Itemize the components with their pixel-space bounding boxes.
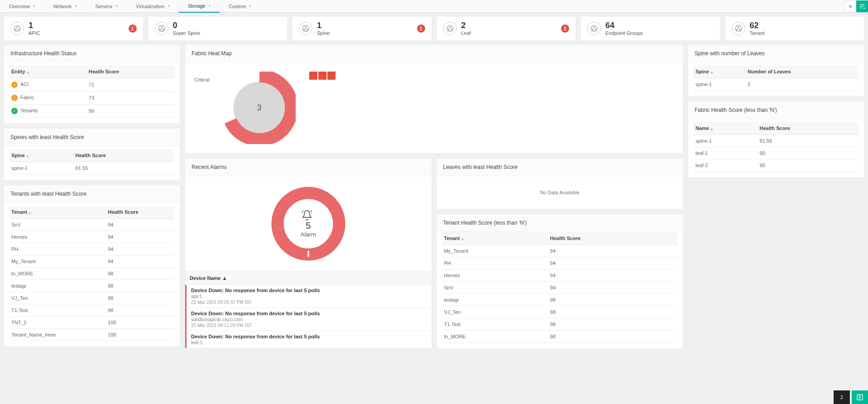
summary-card-leaf[interactable]: 2Leaf2 — [436, 16, 576, 41]
tab-custom[interactable]: Custom▾ — [220, 0, 260, 13]
summary-card-tenant[interactable]: 62Tenant — [725, 16, 865, 41]
tab-servers[interactable]: Servers▾ — [86, 0, 127, 13]
panel-tenant-health-n: Tenant Health Score (less than 'N') Tena… — [436, 214, 684, 349]
card-icon — [155, 22, 168, 35]
status-icon: ✓ — [11, 108, 18, 114]
svg-point-13 — [449, 27, 450, 28]
device-name-header[interactable]: Device Name ▲ — [185, 271, 432, 285]
alert-badge: 2 — [561, 24, 569, 33]
table-row[interactable]: VJ_Ten98 — [10, 292, 174, 304]
svg-point-12 — [447, 25, 453, 32]
heat-cell[interactable] — [309, 72, 317, 80]
table-row[interactable]: ✓Tenants99 — [10, 105, 174, 118]
card-value: 64 — [605, 21, 643, 29]
col-score[interactable]: Health Score — [106, 206, 174, 219]
table-row[interactable]: PH94 — [442, 257, 678, 269]
table-row[interactable]: SnV94 — [442, 282, 678, 294]
svg-point-17 — [594, 27, 595, 28]
table-row[interactable]: !Fabric73 — [10, 91, 174, 105]
svg-point-11 — [307, 29, 307, 30]
table-row[interactable]: testagr98 — [442, 294, 678, 306]
panel-title: Fabric Health Score (less than 'N') — [688, 101, 864, 119]
svg-point-0 — [14, 25, 20, 32]
tenant-health-table: Tenant▲ Health Score My_Tenant94PH94Hero… — [442, 232, 678, 343]
table-row[interactable]: spine-181.55 — [10, 162, 174, 174]
card-icon — [443, 22, 457, 35]
table-row[interactable]: T1-Test98 — [442, 318, 678, 331]
alarm-device: sandboxapicdc.cisco.com — [191, 317, 427, 322]
table-row[interactable]: spine-181.55 — [694, 135, 858, 147]
col-count[interactable]: Number of Leaves — [746, 65, 858, 78]
col-name[interactable]: Name▲ — [694, 122, 758, 135]
col-entity[interactable]: Entity▲ — [10, 65, 87, 78]
col-score[interactable]: Health Score — [758, 122, 858, 135]
top-nav: Overview▾Network▾Servers▾Virtualization▾… — [0, 0, 868, 13]
summary-card-spine[interactable]: 1Spine1 — [292, 16, 432, 41]
col-tenant[interactable]: Tenant▲ — [10, 206, 106, 219]
col-score[interactable]: Health Score — [74, 149, 174, 162]
tab-virtualization[interactable]: Virtualization▾ — [127, 0, 179, 13]
table-row[interactable]: tn_MORE98 — [442, 331, 678, 343]
heat-cell[interactable] — [318, 72, 326, 80]
tab-network[interactable]: Network▾ — [44, 0, 86, 13]
summary-card-endpoint-groups[interactable]: 64Endpoint Groups — [580, 16, 720, 41]
left-column: Infrastructure Health Status Entity▲ Hea… — [4, 44, 180, 349]
table-row[interactable]: testagr98 — [10, 280, 174, 292]
table-row[interactable]: leaf-190 — [694, 147, 858, 159]
alarm-item[interactable]: Device Down: No response from device for… — [185, 285, 432, 308]
table-row[interactable]: Tenant_Name_Here100 — [10, 329, 174, 341]
table-row[interactable]: My_Tenant94 — [442, 245, 678, 257]
table-row[interactable]: SnV94 — [10, 219, 174, 231]
tab-storage[interactable]: Storage▾ — [179, 0, 220, 13]
panel-title: Tenant Health Score (less than 'N') — [437, 214, 683, 232]
alarm-item[interactable]: Device Down: No response from device for… — [185, 308, 432, 331]
tab-overview[interactable]: Overview▾ — [0, 0, 44, 13]
summary-row: 1APIC10Super Spine1Spine12Leaf264Endpoin… — [0, 13, 868, 44]
alert-badge: 1 — [129, 24, 137, 33]
svg-point-21 — [738, 27, 739, 28]
panel-title: Spines with least Health Score — [4, 129, 180, 146]
table-row[interactable]: leaf-290 — [694, 159, 858, 172]
favorite-icon[interactable]: ★ — [844, 0, 856, 12]
alarm-item[interactable]: Device Down: No response from device for… — [185, 331, 432, 348]
table-row[interactable]: spine-12 — [694, 78, 858, 91]
table-row[interactable]: VJ_Ten98 — [442, 306, 678, 318]
panel-title: Tenants with least Health Score — [4, 185, 180, 203]
svg-point-10 — [304, 29, 305, 30]
alarm-donut: 5 Alarm — [270, 185, 347, 262]
panel-leaves-least: Leaves with least Health Score No Data A… — [436, 158, 684, 209]
card-value: 1 — [29, 21, 40, 29]
chevron-down-icon: ▾ — [249, 4, 251, 8]
table-row[interactable]: TNT_2100 — [10, 317, 174, 329]
summary-card-apic[interactable]: 1APIC1 — [4, 16, 144, 41]
col-score[interactable]: Health Score — [87, 65, 174, 78]
chevron-down-icon: ▾ — [168, 4, 170, 8]
alarm-timestamp: 25 Mar 2021 09:11:20 PM IST — [191, 323, 427, 328]
panel-spine-leaves: Spine with number of Leaves Spine▲ Numbe… — [688, 44, 864, 96]
spines-least-table: Spine▲ Health Score spine-181.55 — [10, 149, 174, 174]
table-row[interactable]: T1-Test98 — [10, 304, 174, 317]
summary-card-super-spine[interactable]: 0Super Spine — [148, 16, 288, 41]
alarm-message: Device Down: No response from device for… — [191, 311, 427, 316]
action-button[interactable] — [856, 0, 868, 12]
table-row[interactable]: !ACI71 — [10, 78, 174, 91]
table-row[interactable]: My_Tenant94 — [10, 255, 174, 268]
heat-cell[interactable] — [327, 72, 336, 80]
panel-recent-alarms: Recent Alarms 5 Alarm Devic — [185, 158, 432, 349]
col-spine[interactable]: Spine▲ — [10, 149, 74, 162]
svg-point-6 — [159, 29, 160, 30]
tenants-least-table: Tenant▲ Health Score SnV94Heroes94PH94My… — [10, 206, 174, 341]
alarm-device: leaf-1 — [191, 340, 427, 345]
col-tenant[interactable]: Tenant▲ — [442, 232, 548, 245]
table-row[interactable]: PH94 — [10, 243, 174, 255]
col-spine[interactable]: Spine▲ — [694, 65, 746, 78]
table-row[interactable]: Heroes94 — [10, 231, 174, 243]
col-score[interactable]: Health Score — [548, 232, 677, 245]
panel-fabric-health-n: Fabric Health Score (less than 'N') Name… — [688, 101, 864, 178]
svg-point-16 — [591, 25, 597, 32]
panel-title: Recent Alarms — [185, 159, 432, 176]
card-label: Leaf — [461, 30, 471, 36]
table-row[interactable]: tn_MORE98 — [10, 268, 174, 280]
alarm-message: Device Down: No response from device for… — [191, 288, 427, 293]
table-row[interactable]: Heroes94 — [442, 269, 678, 282]
